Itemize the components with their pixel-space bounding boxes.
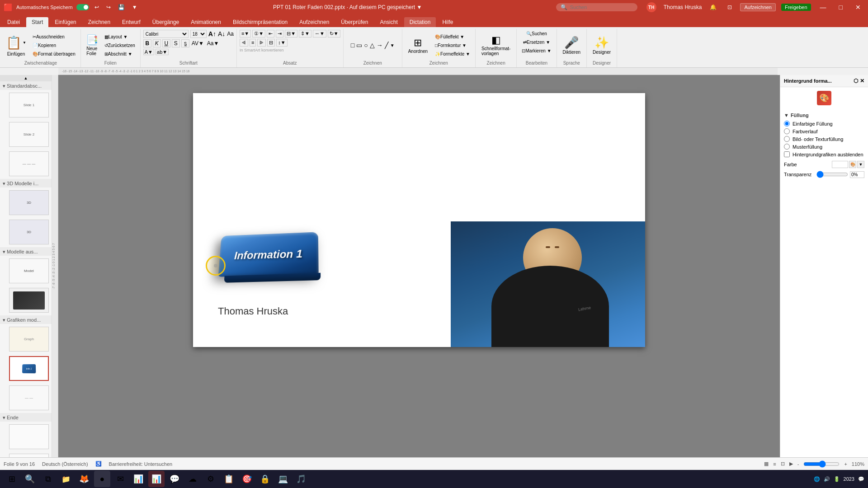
align-center-btn[interactable]: ≡ [250,39,256,47]
slide-thumb-2[interactable]: Slide 2 [9,122,49,147]
align-justify-btn[interactable]: ⊟ [267,39,275,47]
arrow-icon[interactable]: → [376,41,383,49]
panel-close-btn[interactable]: ✕ [860,78,864,84]
taskbar-ppt-btn[interactable]: 📊 [148,471,165,487]
taskbar-start-btn[interactable]: ⊞ [4,471,20,487]
bullets-btn[interactable]: ≡▼ [240,30,251,38]
redo-btn[interactable]: ↪ [104,3,113,11]
formkontur-btn[interactable]: □ Formkontur ▼ [433,42,472,49]
taskbar-app12-btn[interactable]: 💻 [275,471,291,487]
taskbar-firefox-btn[interactable]: 🦊 [76,471,92,487]
zoom-slider[interactable] [803,460,840,468]
suchen-btn[interactable]: 🔍 Suchen [524,30,549,38]
anordnen-btn[interactable]: ⊞ Anordnen [405,35,431,56]
align-left-btn[interactable]: ⫷ [240,39,248,47]
strikethrough-btn[interactable]: S [172,39,180,47]
radio-bild-input[interactable] [784,136,790,142]
zuruecksetzen-btn[interactable]: ↺ Zurücksetzen [102,42,137,49]
taskbar-excel-btn[interactable]: 📊 [130,471,146,487]
slide-thumb-4[interactable]: 3D [9,190,49,215]
tab-hilfe[interactable]: Hilfe [437,17,458,27]
slide-thumb-12[interactable] [9,454,49,457]
highlight-btn[interactable]: ab▼ [156,49,169,55]
sidebar-scroll-up[interactable]: ▲ [0,75,52,81]
columns-btn[interactable]: ⊟▼ [285,30,297,38]
decrease-font-btn[interactable]: A↓ [218,30,225,38]
font-case-btn[interactable]: Aa▼ [206,40,220,47]
tab-ansicht[interactable]: Ansicht [374,17,403,27]
slide-thumb-3[interactable]: — — — [9,151,49,176]
triangle-icon[interactable]: △ [369,41,375,49]
undo-btn[interactable]: ↩ [93,3,101,11]
neue-folie-btn[interactable]: 📑 NeueFolie [84,33,100,57]
slide-thumb-6[interactable]: Model [9,258,49,283]
tab-entwurf[interactable]: Entwurf [117,17,146,27]
more-shapes-btn[interactable]: ▼ [390,42,395,48]
color-picker-btn[interactable]: 🎨 [849,161,856,168]
decrease-indent-btn[interactable]: ⇤ [267,30,274,38]
formeffekte-btn[interactable]: ✨ Formeffekte ▼ [433,50,472,58]
slide-thumb-10[interactable]: — — [9,385,49,410]
einfuegen-btn[interactable]: 📋 ▼ [4,34,28,52]
diktieren-btn[interactable]: 🎤 Diktieren [560,33,584,57]
font-family-select[interactable]: Calibri [143,30,189,38]
line-icon[interactable]: ╱ [384,41,389,49]
taskbar-search-btn[interactable]: 🔍 [22,471,38,487]
tab-einfuegen[interactable]: Einfügen [49,17,81,27]
taskbar-onedrive-btn[interactable]: ☁ [184,471,201,487]
view-slideshow-btn[interactable]: ▶ [789,461,793,467]
taskbar-teams-btn[interactable]: 💬 [166,471,183,487]
taskbar-app9-btn[interactable]: 📋 [221,471,237,487]
text-dir-btn[interactable]: ⇕▼ [299,30,311,38]
taskbar-settings-btn[interactable]: ⚙ [203,471,219,487]
close-btn[interactable]: ✕ [852,3,864,12]
layout-btn[interactable]: ▦ Layout ▼ [102,33,137,41]
minimize-btn[interactable]: — [816,3,830,12]
font-color-btn[interactable]: A▼ [143,49,154,55]
circle-icon[interactable]: ○ [363,41,368,49]
font-size-select[interactable]: 18 [190,30,207,38]
char-spacing-btn[interactable]: AV▼ [191,40,205,47]
ersetzen-btn[interactable]: ⇄ Ersetzen ▼ [521,38,552,46]
share-area-icon[interactable]: ⊡ [725,4,735,10]
taskbar-explorer-btn[interactable]: 📁 [58,471,74,487]
more-btn[interactable]: ▼ [130,3,139,11]
italic-btn[interactable]: K [153,39,161,47]
tab-ueberpruefen[interactable]: Überprüfen [335,17,373,27]
tab-start[interactable]: Start [26,17,48,27]
ausschneiden-btn[interactable]: ✂ Ausschneiden [30,33,78,41]
taskbar-app11-btn[interactable]: 🔒 [257,471,273,487]
view-outline-btn[interactable]: ≡ [773,461,776,467]
kopieren-btn[interactable]: 📄 Kopieren [30,42,78,49]
radio-muster-input[interactable] [784,144,790,150]
taskbar-app13-btn[interactable]: 🎵 [293,471,309,487]
maximize-btn[interactable]: □ [835,3,846,12]
tab-uebergaenge[interactable]: Übergänge [147,17,184,27]
search-box[interactable]: 🔍 [556,3,637,11]
view-normal-btn[interactable]: ▦ [764,461,769,467]
abschnitt-btn[interactable]: ⊞ Abschnitt ▼ [102,50,137,58]
taskbar-taskview-btn[interactable]: ⧉ [40,471,56,487]
shadow-btn[interactable]: S̲ [181,39,189,47]
aufzeichnen-btn[interactable]: Aufzeichnen [740,3,776,11]
bell-icon[interactable]: 🔔 [707,4,719,10]
radio-einfarbig-input[interactable] [784,121,790,127]
text-align-btn[interactable]: ↔▼ [313,30,326,38]
underline-btn[interactable]: U [162,39,170,47]
fuelleffekt-btn[interactable]: 🎨 Fülleffekt ▼ [433,33,472,41]
rounded-rect-icon[interactable]: ▭ [356,41,363,49]
slide-thumb-9[interactable]: Info 1 [9,356,49,381]
radio-farbverlauf-input[interactable] [784,128,790,134]
tab-dictation[interactable]: Dictation [404,17,436,27]
slide-thumb-11[interactable] [9,424,49,449]
taskbar-outlook-btn[interactable]: ✉ [112,471,128,487]
slide-thumb-8[interactable]: Graph [9,327,49,352]
tab-aufzeichnen[interactable]: Aufzeichnen [294,17,335,27]
checkbox-hintergrund-input[interactable] [784,151,790,157]
clear-format-btn[interactable]: Aa [227,31,234,37]
zoom-out-btn[interactable]: - [797,461,799,467]
taskbar-notification-btn[interactable]: 💬 [858,476,864,482]
line-spacing-btn[interactable]: ↕▼ [276,39,287,47]
slide-thumb-5[interactable]: 3D [9,220,49,244]
transparenz-value-input[interactable] [850,171,864,178]
